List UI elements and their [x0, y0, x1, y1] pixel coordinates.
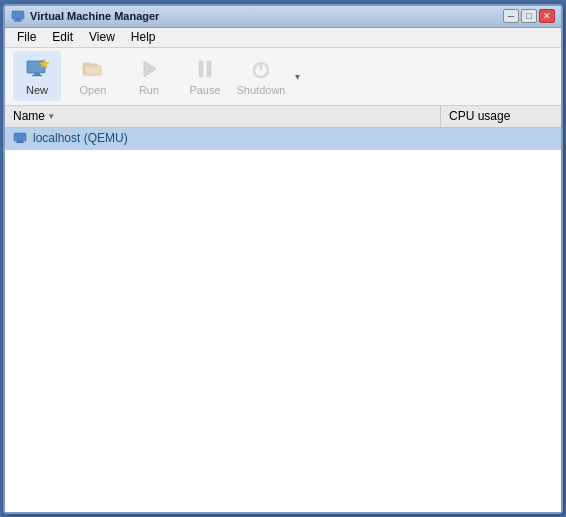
- menu-bar: File Edit View Help: [5, 28, 561, 48]
- minimize-button[interactable]: ─: [503, 9, 519, 23]
- svg-rect-0: [12, 11, 24, 19]
- table-header: Name ▾ CPU usage: [5, 106, 561, 128]
- pause-icon: [192, 56, 218, 82]
- svg-rect-9: [85, 66, 101, 75]
- close-button[interactable]: ✕: [539, 9, 555, 23]
- sort-icon: ▾: [49, 111, 54, 121]
- svg-rect-16: [17, 141, 23, 142]
- title-bar-buttons: ─ □ ✕: [503, 9, 555, 23]
- column-cpu-header[interactable]: CPU usage: [441, 106, 561, 127]
- app-icon: [11, 9, 25, 23]
- menu-file[interactable]: File: [9, 28, 44, 46]
- vm-icon: [13, 131, 27, 145]
- toolbar: New Open Run: [5, 48, 561, 106]
- dropdown-arrow-icon: ▾: [295, 71, 300, 82]
- table-row[interactable]: localhost (QEMU): [5, 128, 561, 150]
- svg-rect-5: [32, 75, 42, 76]
- menu-edit[interactable]: Edit: [44, 28, 81, 46]
- vm-name: localhost (QEMU): [33, 131, 128, 145]
- toolbar-new-button[interactable]: New: [13, 51, 61, 101]
- svg-rect-8: [83, 63, 90, 65]
- toolbar-run-label: Run: [139, 84, 159, 96]
- column-name-label: Name: [13, 109, 45, 123]
- column-name-header[interactable]: Name ▾: [5, 106, 441, 127]
- menu-view[interactable]: View: [81, 28, 123, 46]
- table-content[interactable]: localhost (QEMU): [5, 128, 561, 512]
- open-icon: [80, 56, 106, 82]
- toolbar-new-label: New: [26, 84, 48, 96]
- row-name-cell: localhost (QEMU): [5, 131, 441, 145]
- new-icon: [24, 56, 50, 82]
- title-bar: Virtual Machine Manager ─ □ ✕: [5, 6, 561, 28]
- svg-rect-1: [15, 19, 21, 21]
- title-bar-left: Virtual Machine Manager: [11, 9, 159, 23]
- menu-help[interactable]: Help: [123, 28, 164, 46]
- restore-button[interactable]: □: [521, 9, 537, 23]
- svg-rect-4: [34, 73, 40, 75]
- toolbar-open-label: Open: [80, 84, 107, 96]
- svg-rect-2: [14, 21, 22, 22]
- svg-rect-12: [207, 61, 211, 77]
- toolbar-shutdown-button[interactable]: Shutdown: [237, 51, 285, 101]
- virtual-machine-manager-window: Virtual Machine Manager ─ □ ✕ File Edit …: [3, 4, 563, 514]
- svg-rect-17: [16, 142, 24, 143]
- toolbar-shutdown-label: Shutdown: [237, 84, 286, 96]
- column-cpu-label: CPU usage: [449, 109, 510, 123]
- toolbar-run-button[interactable]: Run: [125, 51, 173, 101]
- toolbar-open-button[interactable]: Open: [69, 51, 117, 101]
- svg-rect-15: [14, 133, 26, 141]
- run-icon: [136, 56, 162, 82]
- toolbar-pause-button[interactable]: Pause: [181, 51, 229, 101]
- toolbar-pause-label: Pause: [189, 84, 220, 96]
- toolbar-dropdown-button[interactable]: ▾: [295, 71, 300, 82]
- shutdown-icon: [248, 56, 274, 82]
- svg-rect-11: [199, 61, 203, 77]
- svg-marker-10: [144, 61, 156, 77]
- window-title: Virtual Machine Manager: [30, 10, 159, 22]
